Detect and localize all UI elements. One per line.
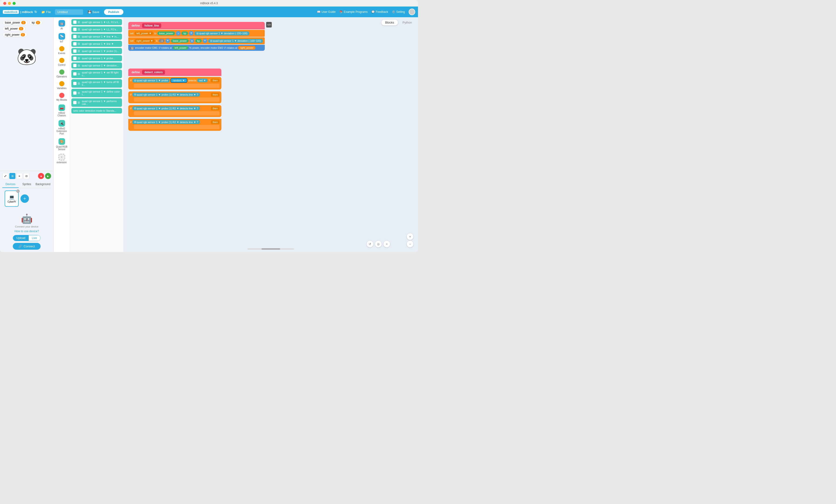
minimize-button[interactable] — [8, 2, 11, 5]
stop-button[interactable]: ■ — [38, 173, 44, 179]
avatar[interactable] — [408, 8, 415, 15]
block-checkbox[interactable] — [73, 91, 77, 95]
motor-block[interactable]: 🤖 encoder motor EM1 ↺ rotates at left_po… — [128, 45, 265, 51]
close-button[interactable] — [3, 2, 6, 5]
if-block-4[interactable]: if ⊟ quad rgb sensor 1 ▼ probe (1) R2 ▼ … — [128, 119, 221, 131]
scrollbar-thumb[interactable] — [262, 248, 280, 250]
feedback-link[interactable]: 💬 Feedback — [371, 10, 388, 14]
category-my-blocks[interactable]: My Blocks — [55, 91, 69, 102]
user-guide-label: User Guide — [321, 10, 336, 14]
left-power-var[interactable]: left_power ▼ — [135, 32, 153, 35]
refresh-icon[interactable]: ↻ — [34, 10, 37, 14]
detail-view-button[interactable]: ⊡ — [23, 173, 30, 179]
zoom-out-button[interactable]: − — [407, 241, 413, 247]
list-item[interactable]: ⊟ quad rgb sensor 1 ▼ line ▼ — [71, 41, 122, 47]
block-checkbox[interactable] — [73, 57, 77, 60]
list-item[interactable]: ⊟ quad rgb sensor 1 ▼ line ▼ in... — [71, 34, 122, 40]
category-ai[interactable]: 🤖 AI — [55, 19, 69, 31]
tab-python[interactable]: Python — [399, 20, 416, 25]
tab-devices[interactable]: Devices — [2, 181, 19, 188]
category-mbot2-ext-port[interactable]: 🔌 mBot2 Extension Port — [55, 119, 69, 136]
right-power-var[interactable]: right_power ▼ — [135, 39, 155, 43]
publish-button[interactable]: Publish — [104, 9, 124, 15]
if-block-1[interactable]: if ⊟ quad rgb sensor 1 ▼ probe random ▼ … — [128, 77, 221, 90]
list-item[interactable]: ⊟ quad rgb sensor 1 ▼ set fill light c..… — [71, 70, 122, 78]
list-item[interactable]: ⊟ quad rgb sensor 1 ▼ L1, R1's... — [71, 26, 122, 33]
block-checkbox[interactable] — [73, 72, 77, 76]
block-checkbox[interactable] — [73, 50, 77, 53]
list-item[interactable]: sets color detection mode to Standa... — [71, 108, 122, 114]
project-title-input[interactable] — [55, 9, 83, 15]
list-item[interactable]: ⊟ quad rgb sensor 1 ▼ probe (1)... — [71, 48, 122, 54]
variable-badge-right-power[interactable]: right_power 0 — [3, 33, 27, 37]
define-follow-line-header[interactable]: define follow_line — [128, 22, 265, 30]
add-device-button[interactable]: + — [20, 194, 29, 203]
list-item[interactable]: ⊟ quad rgb sensor 1 ▼ performs cali... — [71, 98, 122, 107]
block-checkbox[interactable] — [73, 101, 77, 104]
bottom-controls: ↺ ◎ = — [367, 241, 390, 247]
list-item[interactable]: ⊟ quad rgb sensor 1 ▼ probe... — [71, 55, 122, 61]
set-left-power-block[interactable]: set left_power ▼ to base_power - kp * ⊟ … — [128, 30, 265, 37]
connect-main-button[interactable]: 🔗 Connect — [13, 243, 40, 250]
live-mode-button[interactable]: Live — [29, 235, 40, 241]
if-block-3[interactable]: if ⊟ quad rgb sensor 1 ▼ probe (1) R2 ▼ … — [128, 105, 221, 117]
red-dropdown[interactable]: red ▼ — [197, 79, 208, 82]
list-item[interactable]: ⊟ quad rgb sensor 1 ▼ deviation... — [71, 62, 122, 69]
tab-blocks[interactable]: Blocks — [381, 20, 398, 25]
setting-link[interactable]: ⚙️ Setting — [392, 10, 405, 14]
canvas[interactable]: Blocks Python define follow_line set lef… — [124, 17, 418, 252]
user-guide-link[interactable]: 📖 User Guide — [317, 10, 336, 14]
list-view-button[interactable]: ≡ — [16, 173, 22, 179]
block-checkbox[interactable] — [73, 20, 77, 24]
grid-view-button[interactable]: ⊞ — [10, 173, 15, 179]
list-item[interactable]: ⊟ quad rgb sensor 1 ▼ L1, R1's li... — [71, 19, 122, 25]
define-detect-colors-header[interactable]: define detect_colors — [128, 69, 221, 76]
category-operators[interactable]: Operators — [55, 68, 69, 79]
example-programs-link[interactable]: 📚 Example Programs — [339, 10, 368, 14]
sensor-icon: ⊟ — [78, 42, 80, 45]
upload-mode-button[interactable]: Upload — [13, 235, 28, 241]
quad-rgb-icon: 🎨 — [59, 138, 65, 145]
category-control[interactable]: Control — [55, 56, 69, 67]
block-label: quad rgb sensor 1 ▼ L1, R1's... — [82, 28, 118, 31]
category-quad-rgb[interactable]: 🎨 Quad RGB Sensor — [55, 137, 69, 152]
block-checkbox[interactable] — [73, 42, 77, 45]
how-to-use-link[interactable]: How to use device? — [15, 230, 39, 233]
fit-button[interactable]: = — [383, 241, 390, 247]
tab-sprites[interactable]: Sprites — [19, 181, 35, 188]
cat-label-ai: AI — [61, 27, 63, 30]
if-block-2[interactable]: if ⊟ quad rgb sensor 1 ▼ probe (1) R2 ▼ … — [128, 91, 221, 103]
extension-icon: + — [59, 154, 65, 160]
code-toggle-button[interactable]: </> — [266, 22, 272, 27]
device-card-cyberpi[interactable]: ✕ 💻 CyberPi — [5, 191, 19, 207]
block-checkbox[interactable] — [73, 35, 77, 38]
block-checkbox[interactable] — [73, 28, 77, 31]
cat-label-events: Events — [58, 52, 65, 55]
list-item[interactable]: ⊟ quad rgb sensor 1 ▼ define color t... — [71, 89, 122, 97]
category-variables[interactable]: Variables — [55, 80, 69, 91]
maximize-button[interactable] — [13, 2, 16, 5]
random-dropdown[interactable]: random ▼ — [171, 78, 187, 83]
variable-badge-base-power[interactable]: base_power 0 — [3, 20, 28, 25]
reset-view-button[interactable]: ↺ — [367, 241, 373, 247]
set-right-power-block[interactable]: set right_power ▼ to -1 * base_power + k… — [128, 37, 265, 44]
file-menu[interactable]: 📁 File — [39, 9, 53, 15]
device-close-button[interactable]: ✕ — [16, 190, 20, 193]
expand-view-button[interactable]: ⤢ — [2, 173, 8, 179]
block-checkbox[interactable] — [73, 82, 77, 85]
tab-background[interactable]: Background — [35, 181, 51, 188]
variable-badge-left-power[interactable]: left_power 0 — [3, 26, 25, 31]
horizontal-scrollbar[interactable] — [247, 248, 294, 250]
go-button[interactable]: ▶ — [45, 173, 51, 179]
category-extension[interactable]: + extension — [55, 153, 69, 165]
category-iot[interactable]: 📡 IoT — [55, 32, 69, 44]
variable-badge-kp[interactable]: kp 0 — [30, 20, 42, 25]
category-events[interactable]: Events — [55, 45, 69, 56]
list-item[interactable]: ⊟ quad rgb sensor 1 ▼ turns off fill li.… — [71, 79, 122, 88]
block-label: quad rgb sensor 1 ▼ set fill light c... — [82, 71, 120, 77]
center-button[interactable]: ◎ — [375, 241, 382, 247]
category-mbot2-chassis[interactable]: 🚗 mBot2 Chassis — [55, 103, 69, 118]
zoom-in-button[interactable]: + — [407, 233, 413, 240]
save-button[interactable]: 💾 Save — [86, 9, 102, 15]
block-checkbox[interactable] — [73, 64, 77, 67]
